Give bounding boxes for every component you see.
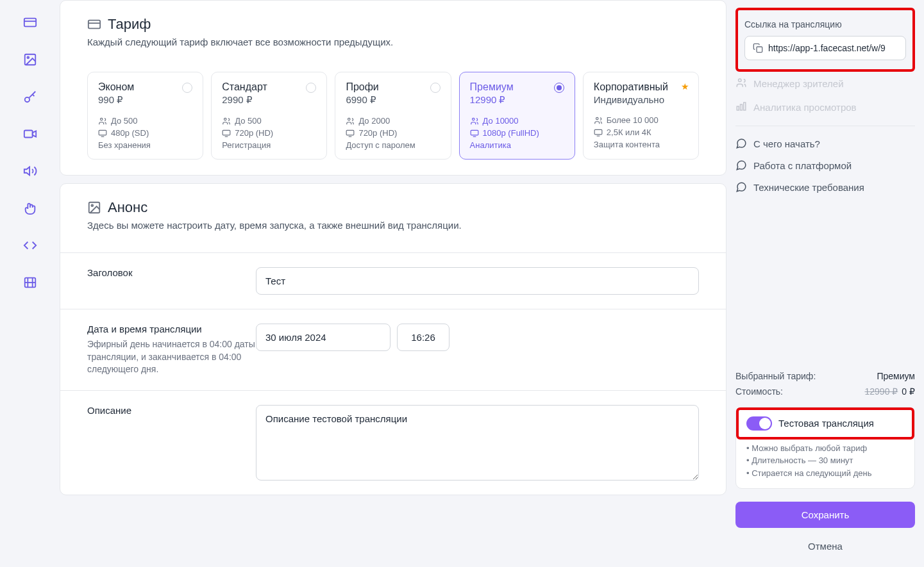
svg-rect-32 — [741, 104, 743, 110]
sidebar-left — [0, 0, 60, 567]
tariff-option-0[interactable]: Эконом 990 ₽ До 500 480p (SD) Без хранен… — [87, 72, 203, 160]
svg-point-21 — [472, 118, 475, 120]
nav-image-icon[interactable] — [17, 47, 43, 72]
svg-rect-22 — [471, 130, 478, 135]
nav-card-icon[interactable] — [17, 10, 43, 35]
tariff-option-1[interactable]: Стандарт 2990 ₽ До 500 720p (HD) Регистр… — [211, 72, 327, 160]
help-link-0[interactable]: С чего начать? — [735, 133, 915, 154]
test-bullet: • Можно выбрать любой тариф — [746, 442, 904, 455]
tariff-title: Тариф — [108, 16, 151, 33]
svg-point-28 — [91, 204, 93, 206]
monitor-icon — [470, 129, 479, 138]
chat-icon — [735, 138, 747, 149]
summary-cost: Стоимость: 12990 ₽0 ₽ — [735, 384, 915, 399]
tariff-name: Эконом — [98, 81, 192, 93]
users-icon — [222, 117, 231, 126]
chat-icon — [735, 181, 747, 193]
link-label: Ссылка на трансляцию — [744, 19, 906, 29]
svg-point-24 — [596, 117, 598, 120]
monitor-icon — [346, 129, 355, 138]
star-icon: ★ — [681, 81, 689, 92]
tariff-price: 6990 ₽ — [346, 94, 440, 106]
test-label: Тестовая трансляция — [778, 418, 874, 429]
anons-title: Анонс — [108, 199, 147, 216]
radio-icon — [430, 83, 441, 93]
svg-point-18 — [348, 118, 351, 120]
sidebar-right: Ссылка на трансляцию https://app-1.facec… — [727, 0, 924, 567]
tariff-option-3[interactable]: Премиум 12990 ₽ До 10000 1080p (FullHD) … — [459, 72, 575, 160]
tariff-option-2[interactable]: Профи 6990 ₽ До 2000 720p (HD) Доступ с … — [335, 72, 451, 160]
svg-rect-33 — [744, 103, 746, 110]
test-toggle-highlight: Тестовая трансляция — [736, 407, 914, 440]
nav-code-icon[interactable] — [17, 233, 43, 258]
datetime-label: Дата и время трансляции — [87, 324, 256, 334]
link-copy-field[interactable]: https://app-1.facecast.net/w/9 — [744, 36, 906, 60]
link-icon — [735, 101, 747, 114]
link-icon — [735, 77, 747, 90]
users-icon — [98, 117, 107, 126]
image-icon — [87, 201, 101, 215]
radio-icon — [554, 83, 564, 93]
tariffs-row: Эконом 990 ₽ До 500 480p (SD) Без хранен… — [87, 72, 699, 160]
tariff-price: 990 ₽ — [98, 94, 192, 106]
svg-rect-0 — [24, 19, 35, 27]
time-input[interactable] — [397, 324, 449, 351]
svg-point-30 — [739, 79, 742, 82]
tariff-sub: Каждый следующий тариф включает все возм… — [87, 37, 699, 47]
users-icon — [470, 117, 479, 126]
svg-point-3 — [27, 56, 29, 58]
disabled-link-1: Аналитика просмотров — [735, 95, 915, 119]
test-bullet: • Стирается на следующий день — [746, 467, 904, 480]
svg-rect-16 — [223, 130, 230, 135]
test-bullet: • Длительность — 30 минут — [746, 454, 904, 467]
tariff-price: 2990 ₽ — [222, 94, 316, 106]
test-toggle[interactable] — [746, 416, 772, 431]
date-input[interactable] — [256, 324, 391, 351]
save-button[interactable]: Сохранить — [735, 502, 915, 528]
divider — [735, 126, 915, 126]
anons-sub: Здесь вы можете настроить дату, время за… — [87, 220, 699, 231]
copy-icon — [753, 43, 763, 53]
main-content: Тариф Каждый следующий тариф включает вс… — [60, 0, 727, 567]
users-icon — [594, 116, 603, 125]
datetime-hint: Эфирный день начинается в 04:00 даты тра… — [87, 338, 256, 376]
help-link-1[interactable]: Работа с платформой — [735, 154, 915, 176]
disabled-link-0: Менеджер зрителей — [735, 72, 915, 95]
cancel-button[interactable]: Отмена — [735, 533, 915, 559]
tariff-option-4[interactable]: ★ Корпоративный Индивидуально Более 10 0… — [583, 72, 699, 160]
disabled-links-block: Менеджер зрителейАналитика просмотров — [735, 72, 915, 119]
svg-rect-31 — [737, 106, 739, 110]
nav-key-icon[interactable] — [17, 84, 43, 110]
svg-rect-13 — [99, 130, 106, 135]
svg-point-4 — [24, 97, 29, 102]
desc-textarea[interactable] — [256, 405, 699, 481]
title-label: Заголовок — [87, 267, 256, 278]
anons-card: Анонс Здесь вы можете настроить дату, вр… — [60, 183, 727, 495]
chat-icon — [735, 160, 747, 171]
link-highlight-box: Ссылка на трансляцию https://app-1.facec… — [735, 8, 915, 72]
tariff-card: Тариф Каждый следующий тариф включает вс… — [60, 0, 727, 176]
tariff-name: Премиум — [470, 81, 564, 93]
nav-hand-icon[interactable] — [17, 195, 43, 221]
desc-label: Описание — [87, 405, 256, 416]
users-icon — [346, 117, 355, 126]
test-bullets: • Можно выбрать любой тариф• Длительност… — [736, 440, 914, 489]
svg-rect-29 — [757, 47, 762, 53]
test-box: Тестовая трансляция • Можно выбрать любо… — [735, 407, 915, 489]
help-links-block: С чего начать?Работа с платформойТехниче… — [735, 133, 915, 198]
monitor-icon — [98, 129, 107, 138]
nav-volume-icon[interactable] — [17, 158, 43, 184]
card-icon — [87, 17, 101, 31]
nav-video-icon[interactable] — [17, 121, 43, 147]
nav-film-icon[interactable] — [17, 270, 43, 295]
title-input[interactable] — [256, 267, 699, 295]
svg-point-15 — [224, 118, 227, 120]
svg-rect-19 — [347, 130, 355, 135]
help-link-2[interactable]: Технические требования — [735, 176, 915, 198]
tariff-price: 12990 ₽ — [470, 94, 564, 106]
monitor-icon — [594, 128, 603, 137]
svg-rect-5 — [24, 131, 32, 138]
svg-rect-25 — [594, 129, 602, 135]
svg-point-12 — [101, 118, 103, 120]
tariff-name: Профи — [346, 81, 440, 93]
